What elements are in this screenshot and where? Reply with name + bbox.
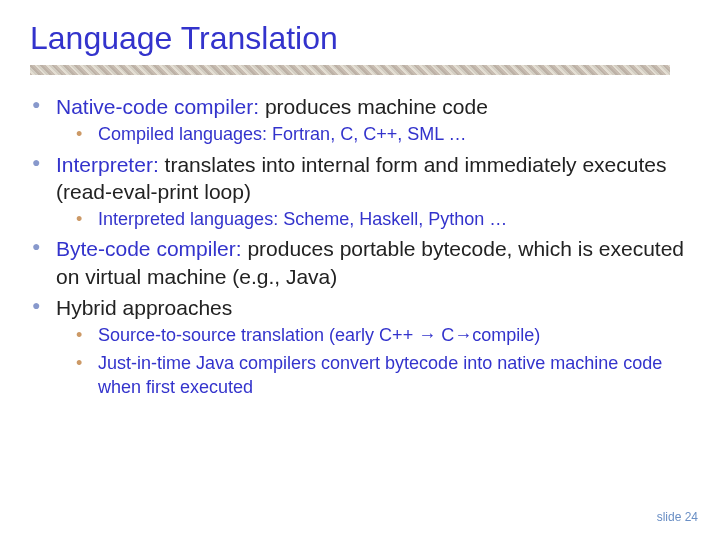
bullet-item: Interpreter: translates into internal fo… <box>30 151 690 232</box>
sub-bullet-list: Interpreted languages: Scheme, Haskell, … <box>56 207 690 231</box>
bullet-item: Byte-code compiler: produces portable by… <box>30 235 690 290</box>
slide-number: slide 24 <box>657 510 698 524</box>
slide-title: Language Translation <box>30 20 690 57</box>
sub-bullet-item: Compiled languages: Fortran, C, C++, SML… <box>72 122 690 146</box>
bullet-item: Native-code compiler: produces machine c… <box>30 93 690 147</box>
sub-bullet-item: Source-to-source translation (early C++ … <box>72 323 690 347</box>
sub-bullet-item: Interpreted languages: Scheme, Haskell, … <box>72 207 690 231</box>
bullet-item: Hybrid approachesSource-to-source transl… <box>30 294 690 399</box>
title-divider <box>30 65 670 75</box>
bullet-text: Hybrid approaches <box>56 296 232 319</box>
slide-content: Language Translation Native-code compile… <box>0 0 720 423</box>
bullet-term: Interpreter: <box>56 153 159 176</box>
bullet-text: produces machine code <box>259 95 488 118</box>
sub-bullet-list: Source-to-source translation (early C++ … <box>56 323 690 399</box>
bullet-term: Byte-code compiler: <box>56 237 242 260</box>
bullet-term: Native-code compiler: <box>56 95 259 118</box>
bullet-list: Native-code compiler: produces machine c… <box>30 93 690 399</box>
sub-bullet-list: Compiled languages: Fortran, C, C++, SML… <box>56 122 690 146</box>
sub-bullet-item: Just-in-time Java compilers convert byte… <box>72 351 690 400</box>
